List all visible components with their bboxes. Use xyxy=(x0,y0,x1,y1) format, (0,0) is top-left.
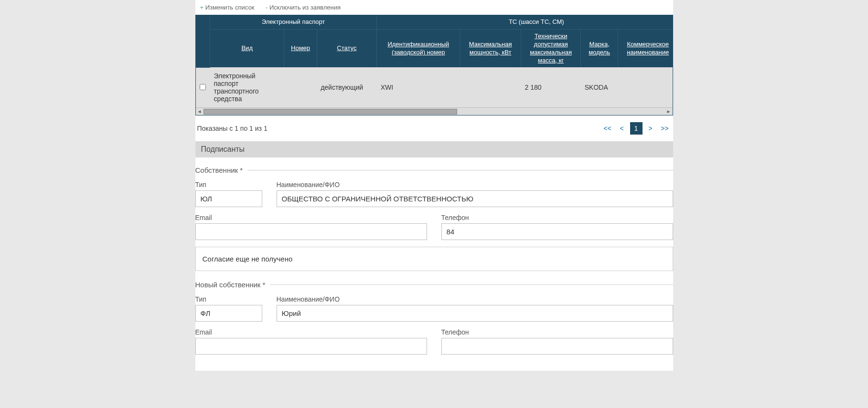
col-mass-l1: Технически xyxy=(535,32,568,40)
owner-email-col: Email xyxy=(195,214,427,240)
col-group-ts: ТС (шасси ТС, СМ) xyxy=(377,15,673,29)
main-container: + Изменить список - Исключить из заявлен… xyxy=(195,0,673,371)
col-status-label: Статус xyxy=(337,44,356,52)
new-owner-legend-line xyxy=(270,284,673,285)
cell-type: Электронный паспорт транспортного средст… xyxy=(210,67,284,107)
col-id-number[interactable]: Идентификационный (заводской) номер xyxy=(377,29,460,67)
owner-name-label: Наименование/ФИО xyxy=(277,181,673,188)
cell-status: действующий xyxy=(317,67,377,107)
cell-mass: 2 180 xyxy=(521,67,581,107)
new-owner-email-input[interactable] xyxy=(195,338,427,355)
horizontal-scrollbar[interactable]: ◄ ► xyxy=(196,107,673,115)
col-status[interactable]: Статус xyxy=(317,29,377,67)
col-id-l2: (заводской) номер xyxy=(392,49,445,56)
owner-email-label: Email xyxy=(195,214,427,221)
row-checkbox-cell xyxy=(196,67,210,107)
pager-first[interactable]: << xyxy=(601,122,614,135)
col-number[interactable]: Номер xyxy=(284,29,317,67)
pager-next[interactable]: > xyxy=(644,122,657,135)
pager: << < 1 > >> xyxy=(601,122,671,135)
owner-email-input[interactable] xyxy=(195,223,427,240)
scroll-thumb[interactable] xyxy=(204,109,457,115)
new-owner-name-input[interactable] xyxy=(277,305,673,322)
new-owner-phone-col: Телефон xyxy=(441,328,673,355)
new-owner-row-2: Email Телефон xyxy=(195,328,673,355)
passport-table-wrap: Электронный паспорт ТС (шасси ТС, СМ) Ви… xyxy=(195,15,673,115)
change-list-label: Изменить список xyxy=(205,4,255,11)
owner-type-input[interactable] xyxy=(195,190,262,207)
col-make-l1: Марка, xyxy=(589,41,610,48)
col-number-label: Номер xyxy=(291,44,310,52)
col-group-passport: Электронный паспорт xyxy=(210,15,377,29)
new-owner-name-col: Наименование/ФИО xyxy=(277,295,673,322)
col-id-l1: Идентификационный xyxy=(387,41,449,48)
cell-make: SKODA xyxy=(581,67,618,107)
owner-type-label: Тип xyxy=(195,181,262,188)
new-owner-email-label: Email xyxy=(195,328,427,336)
exclude-link[interactable]: - Исключить из заявления xyxy=(266,4,341,11)
col-type-label: Вид xyxy=(241,44,253,52)
owner-type-col: Тип xyxy=(195,181,262,207)
scroll-left-icon[interactable]: ◄ xyxy=(196,108,204,115)
col-make-l2: модель xyxy=(589,49,610,56)
pager-info: Показаны с 1 по 1 из 1 xyxy=(197,125,268,132)
col-make[interactable]: Марка, модель xyxy=(581,29,618,67)
pager-row: Показаны с 1 по 1 из 1 << < 1 > >> xyxy=(195,115,673,139)
cell-comm xyxy=(618,67,673,107)
col-mass-l2: допустимая xyxy=(534,41,568,48)
change-list-link[interactable]: + Изменить список xyxy=(200,4,256,11)
new-owner-type-col: Тип xyxy=(195,295,262,322)
col-mass-l3: максимальная xyxy=(530,49,572,56)
new-owner-legend: Новый собственник * xyxy=(195,281,673,289)
owner-row-1: Тип Наименование/ФИО xyxy=(195,181,673,207)
owner-legend: Собственник * xyxy=(195,166,673,174)
table-row[interactable]: Электронный паспорт транспортного средст… xyxy=(196,67,673,107)
col-checkbox xyxy=(196,15,210,67)
minus-icon: - xyxy=(266,4,269,11)
passport-table: Электронный паспорт ТС (шасси ТС, СМ) Ви… xyxy=(196,15,673,107)
cell-number xyxy=(284,67,317,107)
col-type[interactable]: Вид xyxy=(210,29,284,67)
col-power-l1: Максимальная xyxy=(469,41,512,48)
owner-consent-box: Согласие еще не получено xyxy=(195,247,673,271)
scroll-track[interactable] xyxy=(204,109,665,115)
new-owner-type-label: Тип xyxy=(195,295,262,303)
new-owner-name-label: Наименование/ФИО xyxy=(277,295,673,303)
new-owner-type-input[interactable] xyxy=(195,305,262,322)
new-owner-row-1: Тип Наименование/ФИО xyxy=(195,295,673,322)
col-comm-l1: Коммерческое xyxy=(627,41,669,48)
cell-id-number: XWI xyxy=(377,67,460,107)
col-mass[interactable]: Технически допустимая максимальная масса… xyxy=(521,29,581,67)
new-owner-phone-label: Телефон xyxy=(441,328,673,336)
col-mass-l4: масса, кг xyxy=(538,57,564,64)
owner-name-col: Наименование/ФИО xyxy=(277,181,673,207)
list-toolbar: + Изменить список - Исключить из заявлен… xyxy=(195,0,673,15)
exclude-label: Исключить из заявления xyxy=(269,4,341,11)
cell-power xyxy=(460,67,521,107)
owner-legend-line xyxy=(247,170,673,170)
pager-prev[interactable]: < xyxy=(616,122,628,135)
owner-phone-col: Телефон xyxy=(441,214,673,240)
signers-header: Подписанты xyxy=(195,141,673,157)
scroll-right-icon[interactable]: ► xyxy=(665,108,673,115)
owner-phone-label: Телефон xyxy=(441,214,673,221)
passport-table-scroll: Электронный паспорт ТС (шасси ТС, СМ) Ви… xyxy=(196,15,673,107)
pager-last[interactable]: >> xyxy=(659,122,671,135)
new-owner-email-col: Email xyxy=(195,328,427,355)
col-power-l2: мощность, кВт xyxy=(470,49,512,56)
owner-phone-input[interactable] xyxy=(441,223,673,240)
col-comm-l2: наименование xyxy=(627,49,669,56)
owner-legend-text: Собственник * xyxy=(195,166,248,174)
owner-name-input[interactable] xyxy=(277,190,673,207)
col-power[interactable]: Максимальная мощность, кВт xyxy=(460,29,521,67)
owner-row-2: Email Телефон xyxy=(195,214,673,240)
row-checkbox[interactable] xyxy=(200,84,206,90)
pager-page-1[interactable]: 1 xyxy=(630,122,643,135)
col-comm[interactable]: Коммерческое наименование xyxy=(618,29,673,67)
new-owner-phone-input[interactable] xyxy=(441,338,673,355)
plus-icon: + xyxy=(200,4,205,11)
new-owner-legend-text: Новый собственник * xyxy=(195,281,270,289)
